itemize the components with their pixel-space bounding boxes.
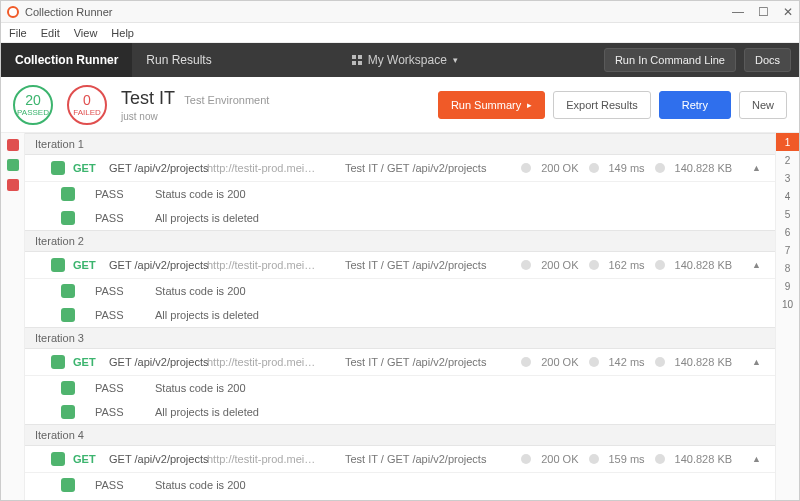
- run-command-line-button[interactable]: Run In Command Line: [604, 48, 736, 72]
- pager-item[interactable]: 7: [776, 241, 799, 259]
- top-navigation: Collection Runner Run Results My Workspa…: [1, 43, 799, 77]
- request-row[interactable]: GETGET /api/v2/projectshttp://testit-pro…: [25, 349, 775, 376]
- retry-button[interactable]: Retry: [659, 91, 731, 119]
- passed-label: PASSED: [17, 108, 49, 117]
- pager-item[interactable]: 10: [776, 295, 799, 313]
- status-dot-icon: [521, 163, 531, 173]
- window-maximize-icon[interactable]: ☐: [758, 6, 769, 18]
- pager-item[interactable]: 1: [776, 133, 799, 151]
- pager-item[interactable]: 6: [776, 223, 799, 241]
- passed-count-ring: 20 PASSED: [13, 85, 53, 125]
- test-row: PASSStatus code is 200: [25, 279, 775, 303]
- request-host: http://testit-prod.meister...: [207, 162, 317, 174]
- menu-edit[interactable]: Edit: [41, 27, 60, 39]
- export-results-button[interactable]: Export Results: [553, 91, 651, 119]
- pager-item[interactable]: 2: [776, 151, 799, 169]
- window-titlebar: Collection Runner — ☐ ✕: [1, 1, 799, 23]
- test-status-icon: [61, 187, 75, 201]
- workspace-selector[interactable]: My Workspace ▾: [352, 53, 458, 67]
- request-status-icon: [51, 452, 65, 466]
- pager-item[interactable]: 3: [776, 169, 799, 187]
- iteration-header[interactable]: Iteration 1: [25, 133, 775, 155]
- request-path: GET /api/v2/projects: [109, 162, 199, 174]
- run-summary-button[interactable]: Run Summary ▸: [438, 91, 545, 119]
- status-dot-icon: [589, 260, 599, 270]
- pager-item[interactable]: 5: [776, 205, 799, 223]
- request-row[interactable]: GETGET /api/v2/projectshttp://testit-pro…: [25, 155, 775, 182]
- request-status-icon: [51, 161, 65, 175]
- passed-count: 20: [25, 92, 41, 108]
- status-dot-icon: [521, 260, 531, 270]
- iteration-header[interactable]: Iteration 4: [25, 424, 775, 446]
- status-dot-icon: [655, 357, 665, 367]
- test-row: PASSStatus code is 200: [25, 376, 775, 400]
- status-dot-icon: [589, 163, 599, 173]
- test-name: Status code is 200: [155, 382, 246, 394]
- iteration-pager: 12345678910: [775, 133, 799, 501]
- workspace-label: My Workspace: [368, 53, 447, 67]
- status-dot-icon: [655, 454, 665, 464]
- status-dot-icon: [521, 454, 531, 464]
- test-status-icon: [61, 381, 75, 395]
- workspace-grid-icon: [352, 55, 362, 65]
- pager-item[interactable]: 8: [776, 259, 799, 277]
- request-meta: 200 OK162 ms140.828 KB: [521, 259, 732, 271]
- collapse-arrow-icon[interactable]: ▲: [752, 163, 761, 173]
- request-row[interactable]: GETGET /api/v2/projectshttp://testit-pro…: [25, 446, 775, 473]
- response-status: 200 OK: [541, 259, 578, 271]
- response-size: 140.828 KB: [675, 259, 733, 271]
- test-result: PASS: [95, 479, 135, 491]
- response-status: 200 OK: [541, 356, 578, 368]
- response-size: 140.828 KB: [675, 453, 733, 465]
- test-status-icon: [61, 308, 75, 322]
- run-title-block: Test IT Test Environment just now: [121, 88, 269, 122]
- iteration-header[interactable]: Iteration 3: [25, 327, 775, 349]
- response-status: 200 OK: [541, 453, 578, 465]
- failed-count: 0: [83, 92, 91, 108]
- request-method: GET: [73, 356, 101, 368]
- tab-collection-runner[interactable]: Collection Runner: [1, 43, 132, 77]
- request-method: GET: [73, 259, 101, 271]
- window-title: Collection Runner: [25, 6, 112, 18]
- window-minimize-icon[interactable]: —: [732, 6, 744, 18]
- app-logo-icon: [7, 6, 19, 18]
- test-status-icon: [61, 284, 75, 298]
- status-square-fail-icon[interactable]: [7, 179, 19, 191]
- pager-item[interactable]: 9: [776, 277, 799, 295]
- request-method: GET: [73, 162, 101, 174]
- chevron-right-icon: ▸: [527, 100, 532, 110]
- status-square-fail-icon[interactable]: [7, 139, 19, 151]
- status-square-pass-icon[interactable]: [7, 159, 19, 171]
- test-result: PASS: [95, 406, 135, 418]
- left-status-rail: [1, 133, 25, 501]
- new-button[interactable]: New: [739, 91, 787, 119]
- window-close-icon[interactable]: ✕: [783, 6, 793, 18]
- collapse-arrow-icon[interactable]: ▲: [752, 260, 761, 270]
- collapse-arrow-icon[interactable]: ▲: [752, 454, 761, 464]
- run-summary-header: 20 PASSED 0 FAILED Test IT Test Environm…: [1, 77, 799, 133]
- test-status-icon: [61, 405, 75, 419]
- test-result: PASS: [95, 309, 135, 321]
- menu-view[interactable]: View: [74, 27, 98, 39]
- iteration-header[interactable]: Iteration 2: [25, 230, 775, 252]
- test-row: PASSStatus code is 200: [25, 473, 775, 497]
- request-host: http://testit-prod.meister...: [207, 259, 317, 271]
- test-row: PASSAll projects is deleted: [25, 303, 775, 327]
- collapse-arrow-icon[interactable]: ▲: [752, 357, 761, 367]
- menu-help[interactable]: Help: [111, 27, 134, 39]
- request-status-icon: [51, 258, 65, 272]
- test-result: PASS: [95, 382, 135, 394]
- request-meta: 200 OK142 ms140.828 KB: [521, 356, 732, 368]
- request-row[interactable]: GETGET /api/v2/projectshttp://testit-pro…: [25, 252, 775, 279]
- request-full-name: Test IT / GET /api/v2/projects: [325, 162, 513, 174]
- docs-button[interactable]: Docs: [744, 48, 791, 72]
- test-result: PASS: [95, 285, 135, 297]
- tab-run-results[interactable]: Run Results: [132, 43, 225, 77]
- collection-title: Test IT: [121, 88, 175, 108]
- test-name: Status code is 200: [155, 285, 246, 297]
- pager-item[interactable]: 4: [776, 187, 799, 205]
- menu-file[interactable]: File: [9, 27, 27, 39]
- menu-bar: File Edit View Help: [1, 23, 799, 43]
- chevron-down-icon: ▾: [453, 55, 458, 65]
- run-timestamp: just now: [121, 111, 269, 122]
